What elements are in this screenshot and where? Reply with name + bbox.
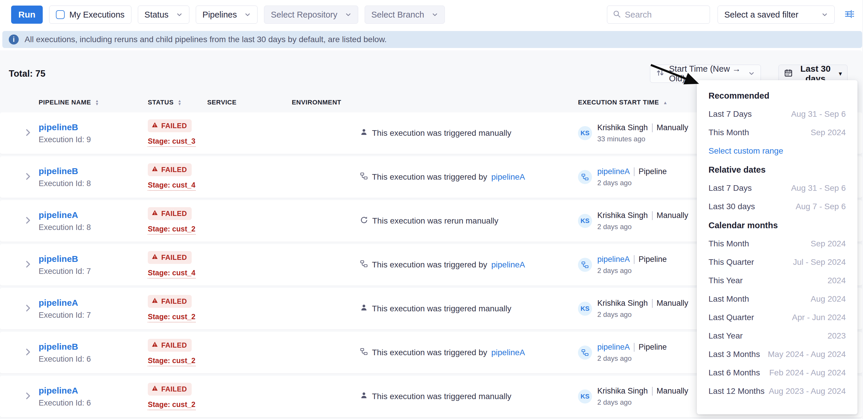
start-time-ago: 33 minutes ago (597, 135, 688, 143)
trigger-info: This execution was triggered by pipeline… (360, 348, 578, 358)
menu-item-label: Select custom range (709, 146, 783, 156)
header-pipeline-name[interactable]: PIPELINE NAME ▲▼ (39, 99, 148, 106)
starter-pipeline-link[interactable]: pipelineA (597, 167, 630, 176)
execution-id: Execution Id: 7 (39, 311, 148, 320)
sort-icon[interactable]: ▲▼ (178, 99, 181, 106)
row-expander[interactable] (17, 260, 39, 270)
trigger-pipeline-link[interactable]: pipelineA (491, 348, 525, 357)
menu-item-range: 2023 (828, 331, 846, 341)
starter-name: Krishika Singh (597, 123, 648, 132)
row-expander[interactable] (17, 128, 39, 138)
pipeline-icon (360, 172, 368, 182)
menu-item[interactable]: Last Year 2023 (709, 331, 846, 341)
start-time-ago: 2 days ago (597, 354, 666, 362)
menu-item[interactable]: Last 7 Days Aug 31 - Sep 6 (709, 183, 846, 193)
search-input[interactable] (625, 10, 695, 20)
menu-item-range: Aug 7 - Sep 6 (796, 202, 846, 212)
failed-stage-link[interactable]: Stage: cust_4 (148, 268, 195, 279)
failed-stage-link[interactable]: Stage: cust_2 (148, 225, 195, 235)
separator (652, 387, 653, 396)
pipeline-name-link[interactable]: pipelineB (39, 254, 78, 264)
starter-pipeline-link[interactable]: pipelineA (597, 343, 630, 352)
failed-stage-link[interactable]: Stage: cust_2 (148, 400, 195, 410)
chevron-down-icon (345, 11, 351, 18)
separator (634, 255, 634, 264)
header-status[interactable]: STATUS ▲▼ (148, 99, 207, 106)
info-banner: i All executions, including reruns and c… (2, 31, 862, 48)
repository-filter-dropdown[interactable]: Select Repository (264, 6, 358, 24)
menu-item-label: Last Quarter (709, 313, 754, 322)
chevron-right-icon (23, 303, 33, 314)
menu-item-range: Jul - Sep 2024 (793, 257, 846, 267)
pipeline-avatar (578, 170, 592, 184)
menu-item[interactable]: This Month Sep 2024 (709, 128, 846, 137)
trigger-info: This execution was triggered manually (360, 128, 578, 138)
trigger-pipeline-link[interactable]: pipelineA (491, 172, 525, 182)
run-button[interactable]: Run (11, 6, 43, 24)
pipelines-filter-dropdown[interactable]: Pipelines (196, 6, 258, 24)
menu-section-title: Recommended (709, 91, 846, 101)
info-banner-text: All executions, including reruns and chi… (25, 35, 386, 44)
menu-item[interactable]: Last 30 days Aug 7 - Sep 6 (709, 202, 846, 212)
failed-stage-link[interactable]: Stage: cust_2 (148, 356, 195, 366)
trigger-pipeline-link[interactable]: pipelineA (491, 260, 525, 269)
menu-item-label: This Month (709, 128, 749, 137)
menu-item-range: Sep 2024 (811, 239, 846, 249)
menu-item-range: Aug 2024 (811, 294, 846, 304)
menu-item[interactable]: Last 7 Days Aug 31 - Sep 6 (709, 109, 846, 119)
failed-stage-link[interactable]: Stage: cust_3 (148, 137, 195, 147)
chevron-down-icon (244, 11, 251, 18)
pipeline-name-link[interactable]: pipelineB (39, 342, 78, 352)
menu-item-label: Last 30 days (709, 202, 755, 212)
menu-item[interactable]: Last 3 Months May 2024 - Aug 2024 (709, 349, 846, 359)
pipeline-name-link[interactable]: pipelineB (39, 122, 78, 132)
row-expander[interactable] (17, 216, 39, 226)
filter-settings-button[interactable] (842, 7, 857, 22)
status-filter-label: Status (145, 10, 168, 20)
row-expander[interactable] (17, 347, 39, 358)
row-expander[interactable] (17, 391, 39, 402)
trigger-mode: Pipeline (639, 255, 666, 264)
pipeline-name-link[interactable]: pipelineA (39, 210, 78, 220)
menu-item[interactable]: Last 6 Months Feb 2024 - Aug 2024 (709, 368, 846, 378)
execution-id: Execution Id: 9 (39, 135, 148, 144)
menu-item[interactable]: Last Month Aug 2024 (709, 294, 846, 304)
pipelines-filter-label: Pipelines (203, 10, 237, 20)
menu-section-title: Relative dates (709, 165, 846, 175)
checkbox-icon[interactable] (56, 10, 65, 19)
starter-pipeline-link[interactable]: pipelineA (597, 255, 630, 264)
row-expander[interactable] (17, 172, 39, 182)
pipeline-name-link[interactable]: pipelineB (39, 166, 78, 176)
pipeline-avatar (578, 258, 592, 272)
start-time-ago: 2 days ago (597, 223, 688, 231)
warning-icon (151, 122, 158, 130)
status-badge: FAILED (148, 383, 192, 396)
pipeline-name-link[interactable]: pipelineA (39, 386, 78, 396)
search-box[interactable] (607, 6, 710, 24)
saved-filter-dropdown[interactable]: Select a saved filter (718, 6, 835, 24)
branch-filter-dropdown[interactable]: Select Branch (365, 6, 445, 24)
trigger-info: This execution was rerun manually (360, 216, 578, 226)
menu-item[interactable]: Last Quarter Apr - Jun 2024 (709, 313, 846, 322)
failed-stage-link[interactable]: Stage: cust_4 (148, 181, 195, 191)
menu-item[interactable]: This Month Sep 2024 (709, 239, 846, 249)
pipeline-name-link[interactable]: pipelineA (39, 298, 78, 308)
menu-item[interactable]: This Quarter Jul - Sep 2024 (709, 257, 846, 267)
status-filter-dropdown[interactable]: Status (138, 6, 189, 24)
trigger-text: This execution was triggered by (372, 260, 487, 269)
chevron-down-icon (176, 11, 183, 18)
branch-filter-label: Select Branch (371, 10, 424, 20)
my-executions-checkbox[interactable]: My Executions (49, 6, 131, 24)
menu-item[interactable]: This Year 2024 (709, 276, 846, 286)
sort-icon[interactable]: ▲▼ (95, 99, 99, 106)
select-custom-range-link[interactable]: Select custom range (709, 146, 846, 156)
status-badge: FAILED (148, 251, 192, 264)
status-badge: FAILED (148, 339, 192, 352)
menu-item[interactable]: Last 12 Months Aug 2023 - Aug 2024 (709, 386, 846, 396)
warning-icon (151, 297, 158, 306)
start-time-ago: 2 days ago (597, 398, 688, 407)
trigger-text: This execution was triggered manually (372, 392, 511, 401)
row-expander[interactable] (17, 303, 39, 314)
failed-stage-link[interactable]: Stage: cust_2 (148, 313, 195, 322)
warning-icon (151, 165, 158, 174)
